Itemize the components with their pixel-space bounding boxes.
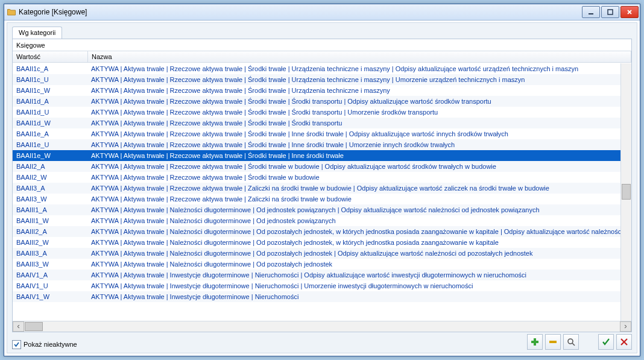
column-header-nazwa[interactable]: Nazwa: [88, 51, 631, 62]
client-area: Wg kategorii Księgowe Wartość Nazwa BAAI…: [7, 22, 637, 353]
table-row[interactable]: BAAIII2_AAKTYWA | Aktywa trwałe | Należn…: [13, 226, 631, 237]
panel-title: Księgowe: [13, 39, 631, 51]
table-row[interactable]: BAAII1e_WAKTYWA | Aktywa trwałe | Rzeczo…: [13, 150, 631, 161]
cell-wartosc: BAAIII2_W: [13, 237, 87, 248]
window: Kategorie [Księgowe] Wg kategorii Księgo…: [4, 4, 640, 356]
grid-body[interactable]: BAAII1c_AAKTYWA | Aktywa trwałe | Rzeczo…: [13, 63, 631, 321]
remove-button[interactable]: [545, 334, 561, 350]
cell-nazwa: AKTYWA | Aktywa trwałe | Należności dług…: [87, 259, 631, 270]
table-row[interactable]: BAAII1d_AAKTYWA | Aktywa trwałe | Rzeczo…: [13, 96, 631, 107]
grid-header: Wartość Nazwa: [13, 51, 631, 63]
cell-wartosc: BAAII2_W: [13, 172, 87, 183]
cell-nazwa: AKTYWA | Aktywa trwałe | Należności dług…: [87, 237, 631, 248]
cell-nazwa: AKTYWA | Aktywa trwałe | Rzeczowe aktywa…: [87, 161, 631, 172]
cell-wartosc: BAAIII2_A: [13, 226, 87, 237]
table-row[interactable]: BAAII2_AAKTYWA | Aktywa trwałe | Rzeczow…: [13, 161, 631, 172]
show-inactive-row: Pokaż nieaktywne: [12, 338, 77, 350]
table-row[interactable]: BAAII1e_AAKTYWA | Aktywa trwałe | Rzeczo…: [13, 128, 631, 139]
cell-nazwa: AKTYWA | Aktywa trwałe | Rzeczowe aktywa…: [87, 194, 631, 204]
search-button[interactable]: [563, 334, 579, 350]
table-row[interactable]: BAAII1e_UAKTYWA | Aktywa trwałe | Rzeczo…: [13, 139, 631, 150]
cell-wartosc: BAAII1d_A: [13, 96, 87, 107]
cell-nazwa: AKTYWA | Aktywa trwałe | Rzeczowe aktywa…: [87, 96, 631, 107]
vertical-scrollbar[interactable]: [620, 63, 631, 321]
grid-panel: Księgowe Wartość Nazwa BAAII1c_AAKTYWA |…: [12, 39, 632, 332]
cell-wartosc: BAAIII1_A: [13, 204, 87, 215]
table-row[interactable]: BAAII1c_AAKTYWA | Aktywa trwałe | Rzeczo…: [13, 63, 631, 74]
cell-wartosc: BAAIV1_W: [13, 291, 87, 302]
cell-nazwa: AKTYWA | Aktywa trwałe | Rzeczowe aktywa…: [87, 118, 631, 128]
table-row[interactable]: BAAIV1_UAKTYWA | Aktywa trwałe | Inwesty…: [13, 280, 631, 291]
cell-nazwa: AKTYWA | Aktywa trwałe | Rzeczowe aktywa…: [87, 139, 631, 150]
window-title: Kategorie [Księgowe]: [19, 8, 581, 16]
svg-rect-0: [589, 13, 593, 14]
window-buttons: [581, 6, 639, 18]
horizontal-scrollbar[interactable]: [13, 321, 631, 332]
cell-wartosc: BAAII1e_W: [13, 150, 87, 161]
cell-nazwa: AKTYWA | Aktywa trwałe | Należności dług…: [87, 204, 631, 215]
close-button[interactable]: [620, 6, 639, 18]
table-row[interactable]: BAAII1d_WAKTYWA | Aktywa trwałe | Rzeczo…: [13, 118, 631, 128]
tab-wg-kategorii[interactable]: Wg kategorii: [12, 27, 62, 39]
cell-nazwa: AKTYWA | Aktywa trwałe | Rzeczowe aktywa…: [87, 183, 631, 194]
table-row[interactable]: BAAIV1_AAKTYWA | Aktywa trwałe | Inwesty…: [13, 270, 631, 280]
table-row[interactable]: BAAIII3_WAKTYWA | Aktywa trwałe | Należn…: [13, 259, 631, 270]
cell-nazwa: AKTYWA | Aktywa trwałe | Inwestycje dług…: [87, 280, 631, 291]
table-row[interactable]: BAAII1d_UAKTYWA | Aktywa trwałe | Rzeczo…: [13, 107, 631, 118]
svg-rect-4: [549, 341, 557, 343]
maximize-button[interactable]: [601, 6, 619, 18]
cell-nazwa: AKTYWA | Aktywa trwałe | Inwestycje dług…: [87, 270, 631, 280]
cell-wartosc: BAAII1c_W: [13, 85, 87, 96]
cancel-button[interactable]: [616, 334, 632, 350]
cell-wartosc: BAAII1d_U: [13, 107, 87, 118]
svg-point-5: [568, 339, 573, 344]
svg-rect-3: [531, 341, 538, 343]
svg-rect-1: [608, 10, 613, 14]
tab-strip: Wg kategorii: [12, 27, 62, 39]
table-row[interactable]: BAAII1c_WAKTYWA | Aktywa trwałe | Rzeczo…: [13, 85, 631, 96]
horizontal-scroll-thumb[interactable]: [25, 322, 43, 331]
cell-wartosc: BAAIII3_A: [13, 248, 87, 259]
table-row[interactable]: BAAIII1_WAKTYWA | Aktywa trwałe | Należn…: [13, 215, 631, 226]
scroll-right-button[interactable]: [620, 321, 631, 332]
cell-nazwa: AKTYWA | Aktywa trwałe | Rzeczowe aktywa…: [87, 107, 631, 118]
add-button[interactable]: [527, 334, 543, 350]
toolbar: [527, 333, 632, 350]
cell-wartosc: BAAII1c_U: [13, 74, 87, 85]
table-row[interactable]: BAAIII1_AAKTYWA | Aktywa trwałe | Należn…: [13, 204, 631, 215]
svg-line-6: [572, 343, 575, 346]
cell-wartosc: BAAIII1_W: [13, 215, 87, 226]
show-inactive-checkbox[interactable]: [12, 340, 21, 349]
cell-wartosc: BAAII1c_A: [13, 63, 87, 74]
titlebar[interactable]: Kategorie [Księgowe]: [4, 4, 640, 21]
cell-wartosc: BAAII3_W: [13, 194, 87, 204]
cell-wartosc: BAAII3_A: [13, 183, 87, 194]
ok-button[interactable]: [598, 334, 614, 350]
minimize-button[interactable]: [582, 6, 600, 18]
cell-nazwa: AKTYWA | Aktywa trwałe | Rzeczowe aktywa…: [87, 63, 631, 74]
cell-nazwa: AKTYWA | Aktywa trwałe | Należności dług…: [87, 248, 631, 259]
folder-icon: [7, 7, 16, 17]
cell-wartosc: BAAII1d_W: [13, 118, 87, 128]
scroll-left-button[interactable]: [13, 321, 24, 332]
cell-nazwa: AKTYWA | Aktywa trwałe | Należności dług…: [87, 226, 631, 237]
cell-wartosc: BAAII1e_A: [13, 128, 87, 139]
table-row[interactable]: BAAII1c_UAKTYWA | Aktywa trwałe | Rzeczo…: [13, 74, 631, 85]
table-row[interactable]: BAAIII3_AAKTYWA | Aktywa trwałe | Należn…: [13, 248, 631, 259]
table-row[interactable]: BAAIII2_WAKTYWA | Aktywa trwałe | Należn…: [13, 237, 631, 248]
cell-wartosc: BAAIV1_U: [13, 280, 87, 291]
cell-nazwa: AKTYWA | Aktywa trwałe | Inwestycje dług…: [87, 291, 631, 302]
cell-wartosc: BAAIII3_W: [13, 259, 87, 270]
cell-wartosc: BAAII1e_U: [13, 139, 87, 150]
table-row[interactable]: BAAIV1_WAKTYWA | Aktywa trwałe | Inwesty…: [13, 291, 631, 302]
show-inactive-label: Pokaż nieaktywne: [24, 341, 77, 348]
table-row[interactable]: BAAII2_WAKTYWA | Aktywa trwałe | Rzeczow…: [13, 172, 631, 183]
table-row[interactable]: BAAII3_AAKTYWA | Aktywa trwałe | Rzeczow…: [13, 183, 631, 194]
column-header-wartosc[interactable]: Wartość: [13, 51, 88, 62]
vertical-scroll-thumb[interactable]: [622, 184, 631, 200]
cell-nazwa: AKTYWA | Aktywa trwałe | Rzeczowe aktywa…: [87, 85, 631, 96]
cell-nazwa: AKTYWA | Aktywa trwałe | Rzeczowe aktywa…: [87, 150, 631, 161]
cell-wartosc: BAAII2_A: [13, 161, 87, 172]
table-row[interactable]: BAAII3_WAKTYWA | Aktywa trwałe | Rzeczow…: [13, 194, 631, 204]
cell-nazwa: AKTYWA | Aktywa trwałe | Należności dług…: [87, 215, 631, 226]
